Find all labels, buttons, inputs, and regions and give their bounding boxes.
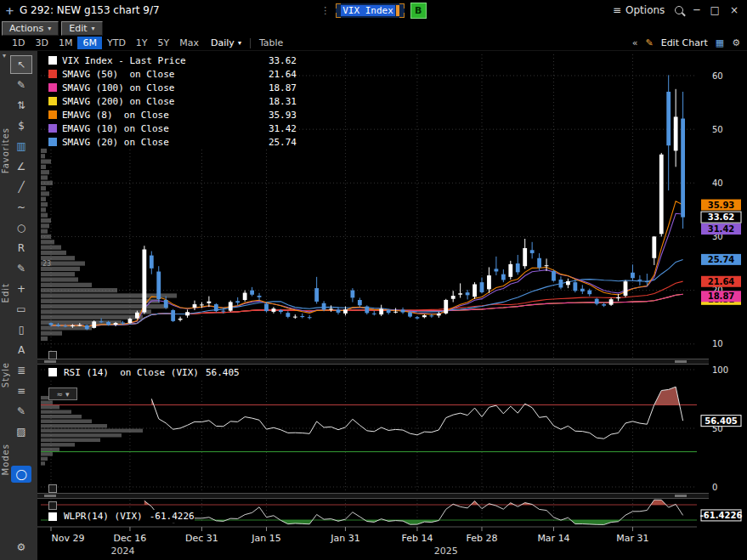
legend-row-last-price[interactable]: VIX Index - Last Price33.62 xyxy=(48,54,297,67)
legend-value: 33.62 xyxy=(269,55,297,66)
legend-value: 18.87 xyxy=(269,82,297,93)
wlpr-legend[interactable]: WLPR(14) (VIX) -61.4226 xyxy=(48,510,195,523)
legend-row-overlay[interactable]: EMAVG (10) on Close31.42 xyxy=(48,122,297,135)
collapse-panel-icon[interactable]: « xyxy=(632,37,638,48)
tool-move-icon[interactable]: + xyxy=(11,280,31,297)
candle xyxy=(595,299,599,304)
options-menu[interactable]: ≡ Options xyxy=(613,4,665,16)
hamburger-icon: ≡ xyxy=(613,4,621,16)
range-1y-button[interactable]: 1Y xyxy=(131,37,153,49)
candle xyxy=(156,272,161,299)
wlpr-legend-label: WLPR(14) (VIX) xyxy=(64,511,143,522)
legend-swatch xyxy=(48,512,57,521)
tool-angle-icon[interactable]: ∠ xyxy=(11,158,31,175)
security-input[interactable]: VIX Index xyxy=(336,3,405,18)
tool-circle-icon[interactable]: ○ xyxy=(11,219,31,236)
tool-measure-move-icon[interactable]: ⇅ xyxy=(11,97,31,114)
rsi-panel-widget[interactable]: ≈▾ xyxy=(48,387,77,400)
tool-pattern-icon[interactable]: ▨ xyxy=(11,423,31,440)
legend-label: SMAVG (50) on Close xyxy=(62,69,174,80)
candle xyxy=(609,299,614,305)
legend-swatch xyxy=(48,83,57,92)
b-button[interactable]: B xyxy=(410,3,427,19)
candle xyxy=(393,312,398,313)
range-5y-button[interactable]: 5Y xyxy=(153,37,175,49)
chart-settings-gear-icon[interactable]: ⚙ xyxy=(732,37,740,48)
panel-expand-button[interactable] xyxy=(48,484,57,493)
tool-wave-icon[interactable]: ~ xyxy=(11,199,31,216)
candle xyxy=(602,304,606,306)
tool-text-icon[interactable]: A xyxy=(11,342,31,359)
tool-chart-mode-icon[interactable]: ◯ xyxy=(11,466,31,483)
tool-rectangle-icon[interactable]: ▭ xyxy=(11,301,31,318)
tool-list-dense-icon[interactable]: ≣ xyxy=(11,362,31,379)
field-corner-icon xyxy=(336,13,341,18)
minimize-button[interactable]: ─ xyxy=(693,4,699,16)
tool-settings-icon[interactable]: ⚙ xyxy=(11,539,31,556)
search-icon[interactable] xyxy=(675,6,683,14)
svg-text:Nov 29: Nov 29 xyxy=(52,533,85,544)
candle xyxy=(537,258,541,268)
range-1m-button[interactable]: 1M xyxy=(54,37,78,49)
candle xyxy=(422,315,427,317)
legend-swatch xyxy=(48,70,57,78)
candle xyxy=(92,321,96,328)
move-window-icon[interactable]: + xyxy=(5,4,14,17)
tool-regression-icon[interactable]: R xyxy=(11,240,31,257)
rsi-legend-value: 56.405 xyxy=(206,367,240,378)
legend-row-overlay[interactable]: SMAVG (200) on Close18.31 xyxy=(48,94,297,108)
range-3d-button[interactable]: 3D xyxy=(30,37,53,49)
legend-label: SMAVG (20) on Close xyxy=(62,137,169,148)
price-tag: 35.93 xyxy=(701,200,741,211)
table-button[interactable]: Table xyxy=(259,37,283,48)
maximize-button[interactable]: □ xyxy=(710,4,720,16)
drawing-tool-sidebar: ▾ ↖✎⇅$▥∠╱~○R✎+▭▯A≣≡✎▨◯⚙ Favorites Edit S… xyxy=(0,51,37,560)
range-ytd-button[interactable]: YTD xyxy=(102,37,131,49)
tool-eraser-icon[interactable]: ▯ xyxy=(11,321,31,338)
tool-cursor-icon[interactable]: ↖ xyxy=(11,56,31,73)
range-1d-button[interactable]: 1D xyxy=(7,37,30,49)
tool-draw-pencil-icon[interactable]: ✎ xyxy=(11,76,31,93)
legend-value: 25.74 xyxy=(269,137,297,148)
candle xyxy=(666,92,671,145)
candle xyxy=(229,302,233,310)
legend-value: 31.42 xyxy=(269,123,297,134)
candle xyxy=(77,325,82,325)
tool-list-icon[interactable]: ≡ xyxy=(11,382,31,399)
candle xyxy=(674,116,678,150)
tool-price-measure-icon[interactable]: $ xyxy=(11,117,31,134)
wlpr-legend-value: -61.4226 xyxy=(150,511,195,522)
periodicity-dropdown[interactable]: Daily ▾ xyxy=(211,37,241,48)
candle xyxy=(343,309,348,314)
panel-divider[interactable] xyxy=(37,493,709,499)
panel-expand-button[interactable] xyxy=(48,351,57,359)
tool-trend-line-icon[interactable]: ╱ xyxy=(11,178,31,195)
svg-text:25.74: 25.74 xyxy=(708,255,735,264)
candle xyxy=(401,309,405,312)
range-6m-button[interactable]: 6M xyxy=(77,37,102,49)
edit-menu-button[interactable]: Edit ▾ xyxy=(61,21,102,36)
svg-text:10: 10 xyxy=(712,339,723,348)
grid-view-icon[interactable]: ▦ xyxy=(716,37,724,48)
rsi-legend[interactable]: RSI (14) on Close (VIX) 56.405 xyxy=(48,365,240,379)
candle xyxy=(451,296,456,299)
candle xyxy=(243,293,247,300)
legend-row-overlay[interactable]: SMAVG (100) on Close18.87 xyxy=(48,81,297,94)
legend-row-overlay[interactable]: EMAVG (8) on Close35.93 xyxy=(48,108,297,122)
tool-bars-icon[interactable]: ▥ xyxy=(11,138,31,155)
edit-chart-button[interactable]: Edit Chart xyxy=(661,37,708,48)
svg-text:21.64: 21.64 xyxy=(708,277,735,286)
sidebar-collapse-icon[interactable]: ▾ xyxy=(3,52,6,59)
panel-divider[interactable] xyxy=(37,359,709,365)
close-button[interactable]: × xyxy=(730,4,739,16)
tool-annotate-icon[interactable]: ✎ xyxy=(11,260,31,277)
tool-pen-icon[interactable]: ✎ xyxy=(11,403,31,420)
candle xyxy=(322,303,326,310)
panel-expand-button[interactable] xyxy=(48,501,57,510)
legend-row-overlay[interactable]: SMAVG (20) on Close25.74 xyxy=(48,135,297,149)
candle xyxy=(616,297,620,298)
candle xyxy=(329,308,333,309)
range-max-button[interactable]: Max xyxy=(174,37,204,49)
legend-row-overlay[interactable]: SMAVG (50) on Close21.64 xyxy=(48,67,297,81)
actions-menu-button[interactable]: Actions ▾ xyxy=(2,21,59,36)
